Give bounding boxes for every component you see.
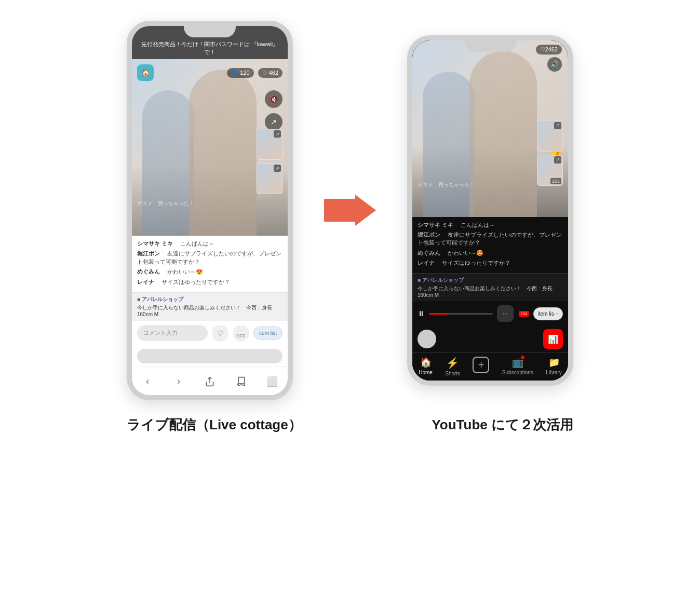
phone2-chat-text3: かわいい～😍 <box>442 250 483 256</box>
phone2-play-icon: ⏸ <box>418 309 425 318</box>
phone1-thumb1-icon: ↗ <box>274 130 281 138</box>
phone1-info-bar-title: ■ アパレルショップ <box>137 296 282 303</box>
phone1-thumbs: ↗ ↗ <box>257 129 282 194</box>
phone1-guest-text: ゲスト 買っちゃった！ <box>137 200 194 207</box>
phone1-likes-count: 462 <box>269 70 278 76</box>
phone-live-cottage: 先行発売商品！今だけ！闇市パスワードは 『kawaii』で！ 🏠 👤 120 <box>127 21 293 400</box>
phone2-play-btn[interactable]: ⏸ <box>418 309 425 318</box>
phone2-subscriptions-icon-wrapper: 📺 <box>512 357 523 368</box>
phone1-heart-icon: ♡ <box>217 329 224 337</box>
phone2-notch <box>464 40 516 52</box>
phone2-progress-bar[interactable] <box>429 313 493 315</box>
phone2-person2 <box>469 51 537 217</box>
phone2-on-badge: ON <box>519 311 529 317</box>
phone2-heart-count: ♡2462 <box>536 45 562 55</box>
phone1-chat-text4: サイズはゆったりですか？ <box>156 279 230 285</box>
phone1-stats: 👤 120 ♡ 462 <box>227 68 282 78</box>
phone2-mic-btn[interactable]: 📊 <box>543 329 563 349</box>
phone2-info-bar-text: 今しか手に入らない商品お楽しみください！ 今西：身長 160cm M <box>418 285 563 298</box>
phone1-nav-share[interactable] <box>200 372 219 391</box>
phone2-home-label: Home <box>419 370 433 375</box>
phone2-mic-icon: 📊 <box>548 334 558 344</box>
phone2-nav-home[interactable]: 🏠 Home <box>419 357 433 376</box>
captions: ライブ配信（Live cottage） YouTube にて２次活用 <box>116 416 584 434</box>
phone2-info-bar: ■ アパレルショップ 今しか手に入らない商品お楽しみください！ 今西：身長 16… <box>412 273 568 301</box>
phone2-chat-msg2: 堀江ポン 友達にサプライズしたいのですが、プレゼント包装って可能ですか？ <box>418 231 563 247</box>
phone1-input-bar: コメント入力 ♡ ··· OFF item list <box>132 320 288 346</box>
phone2-thumb2-count: 255 <box>550 178 561 184</box>
phone2-library-label: Library <box>546 370 562 375</box>
phone2-chat-msg1: シマサキ ミキ こんばんは～ <box>418 221 563 229</box>
phone1-chat-msg2: 堀江ポン 友達にサプライズしたいのですが、プレゼント包装って可能ですか？ <box>137 250 282 266</box>
phone1-comment-input[interactable]: コメント入力 <box>137 325 208 341</box>
phone1-viewers-pill: 👤 120 <box>227 68 253 78</box>
phone1-nav-bookmarks[interactable] <box>232 372 250 391</box>
phone1-nav-forward[interactable]: › <box>169 372 188 391</box>
phone1-person2 <box>189 70 257 236</box>
phone1-chat-name1: シマサキ ミキ <box>137 240 173 247</box>
phone1-chat-msg3: めぐみん かわいい～😍 <box>137 268 282 276</box>
phone2-thumb1[interactable]: ↗ <box>537 120 563 152</box>
phone2-thumb2-icon: ↗ <box>554 156 561 164</box>
phone1-dots-icon: ··· OFF <box>236 328 246 338</box>
phone1-search-bar[interactable] <box>137 349 282 363</box>
phone1-nav-back[interactable]: ‹ <box>138 372 157 391</box>
phone2-nav-add[interactable]: + <box>473 357 489 376</box>
phone1-video: 🏠 👤 120 ♡ 462 <box>132 59 288 236</box>
phone2-sound-icon: 🔊 <box>550 60 559 68</box>
phone1-chat-msg1: シマサキ ミキ こんばんは～ <box>137 240 282 248</box>
phone1-viewers-icon: 👤 <box>231 70 238 76</box>
phone1-share-btn[interactable]: ↗ <box>265 113 282 131</box>
phone2-shorts-icon: ⚡ <box>446 357 459 369</box>
phone2-thumb2[interactable]: ↗ 255 <box>537 155 563 186</box>
transition-arrow <box>324 195 376 226</box>
phone1-likes-icon: ♡ <box>262 70 267 76</box>
phone1-notch <box>184 26 236 37</box>
phone2-subscriptions-label: Subscriptions <box>502 370 533 375</box>
phone2-thumbs: ↗ ↗ 255 <box>537 120 563 186</box>
phone1-logo-icon: 🏠 <box>141 69 150 77</box>
phone2-subscription-dot <box>521 356 524 359</box>
phone2-item-list-btn[interactable]: item lis··· <box>533 307 563 320</box>
phone1-chat-msg4: レイナ サイズはゆったりですか？ <box>137 278 282 286</box>
phone2-chat-name1: シマサキ ミキ <box>418 222 453 228</box>
phone2-guest-text: ゲスト 買っちゃった！ <box>418 181 475 188</box>
caption-left: ライブ配信（Live cottage） <box>127 416 302 434</box>
phone1-thumb2-icon: ↗ <box>274 165 281 172</box>
phone2-heart-count-text: ♡2462 <box>540 46 558 53</box>
phone2-info-bar-title: ■ アパレルショップ <box>418 277 563 284</box>
phone2-nav-shorts[interactable]: ⚡ Shorts <box>445 357 460 376</box>
phone2-profile-icon[interactable] <box>418 330 436 348</box>
phone2-bottom-controls: 📊 <box>412 326 568 352</box>
phone1-chat-name2: 堀江ポン <box>137 250 160 256</box>
phone2-nav-library[interactable]: 📁 Library <box>546 357 562 376</box>
phone2-person1 <box>423 72 475 217</box>
phone2-library-icon: 📁 <box>548 357 560 368</box>
phone1-dots-btn[interactable]: ··· OFF <box>233 325 249 342</box>
phone1-chat-text3: かわいい～😍 <box>161 268 203 275</box>
phone2-chat-name4: レイナ <box>418 260 435 266</box>
phone1-nav-windows[interactable]: ⬜ <box>263 372 281 391</box>
phone1-mute-btn[interactable]: 🔇 <box>265 90 282 108</box>
phone-youtube: ♡2462 🔊 👍 106K 👎 <box>407 35 573 386</box>
phone1-person1 <box>142 90 194 236</box>
phone2-home-icon: 🏠 <box>420 357 432 368</box>
phone2-menu-btn[interactable]: ··· <box>497 305 514 322</box>
phone2-nav-subscriptions[interactable]: 📺 Subscriptions <box>502 357 533 376</box>
phone1-chat-text1: こんばんは～ <box>174 240 214 247</box>
phone2-dots-icon: ··· <box>503 310 508 317</box>
phone2-chat-text1: こんばんは～ <box>455 222 495 228</box>
phone2-video: 👍 106K 👎 ゲスト 買っちゃった！ ↗ <box>412 40 568 217</box>
phone2-item-list-label: item lis··· <box>538 311 558 317</box>
phone2-inner: ♡2462 🔊 👍 106K 👎 <box>412 40 568 381</box>
phone2-sound-btn[interactable]: 🔊 <box>547 57 562 72</box>
phone1-logo: 🏠 <box>137 64 154 81</box>
phone1-thumb1[interactable]: ↗ <box>257 129 282 160</box>
phone1-thumb2[interactable]: ↗ <box>257 163 282 194</box>
phone1-item-list-btn[interactable]: item list <box>253 327 282 340</box>
phone1-share-icon: ↗ <box>271 118 277 126</box>
phone2-thumb1-icon: ↗ <box>554 122 561 129</box>
phone1-heart-btn[interactable]: ♡ <box>212 325 228 342</box>
arrow-shape <box>324 195 376 226</box>
arrow-body <box>324 199 355 222</box>
